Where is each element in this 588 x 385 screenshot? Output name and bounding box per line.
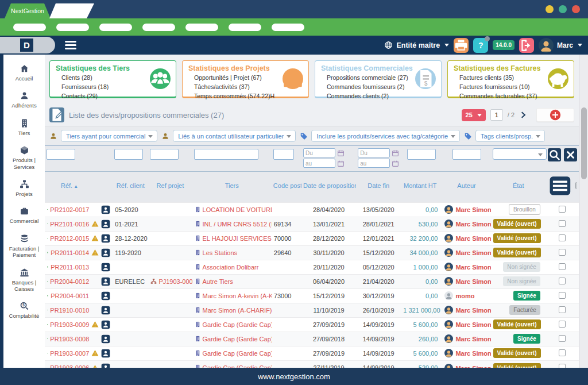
calendar-icon[interactable] bbox=[337, 149, 345, 157]
filter-dropdown[interactable]: Tags clients/prosp. bbox=[475, 130, 545, 142]
filter-tiers-input[interactable] bbox=[194, 149, 258, 160]
date-prop-to-input[interactable] bbox=[303, 159, 335, 168]
contact-card-icon[interactable] bbox=[101, 306, 110, 315]
row-checkbox[interactable] bbox=[559, 206, 566, 213]
author-link[interactable]: Marc Simon bbox=[455, 336, 490, 342]
row-checkbox[interactable] bbox=[559, 292, 566, 299]
add-proposal-button[interactable] bbox=[536, 108, 574, 122]
logout-button[interactable] bbox=[519, 38, 534, 53]
filter-ref-projet-input[interactable] bbox=[150, 149, 179, 160]
col-etat[interactable]: État bbox=[491, 172, 546, 203]
row-checkbox[interactable] bbox=[559, 335, 566, 342]
filter-auteur-input[interactable] bbox=[452, 149, 481, 160]
row-checkbox[interactable] bbox=[559, 249, 566, 256]
project-link[interactable]: PJ1903-0004 bbox=[158, 278, 192, 285]
author-link[interactable]: Marc Simon bbox=[455, 221, 490, 228]
calendar-icon[interactable] bbox=[392, 149, 399, 157]
proposal-icon[interactable] bbox=[47, 335, 48, 342]
sidebar-item[interactable]: Tiers bbox=[4, 118, 44, 136]
print-button[interactable] bbox=[454, 38, 469, 53]
col-date-proposition[interactable]: Date de proposition bbox=[301, 172, 356, 203]
date-fin-to-input[interactable] bbox=[358, 159, 390, 168]
filter-dropdown[interactable]: Liés à un contact utilisateur particulie… bbox=[173, 130, 296, 142]
top-menu-pill[interactable] bbox=[142, 24, 175, 31]
author-link[interactable]: Marc Simon bbox=[455, 206, 490, 213]
tiers-link[interactable]: Marc Simon A-kevin (A-Kevin) bbox=[203, 292, 272, 299]
top-menu-pill[interactable] bbox=[99, 24, 132, 31]
col-date-fin[interactable]: Date fin bbox=[356, 172, 401, 203]
tiers-link[interactable]: INL / UMR CNRS 5512 (INL / U... bbox=[203, 221, 272, 228]
window-dot-red[interactable] bbox=[572, 5, 580, 13]
proposal-icon[interactable] bbox=[47, 263, 48, 271]
proposal-icon[interactable] bbox=[47, 321, 48, 328]
filter-ref-input[interactable] bbox=[47, 149, 75, 160]
top-menu-pill[interactable] bbox=[185, 24, 218, 31]
proposal-ref-link[interactable]: PR2012-0015 bbox=[50, 235, 89, 242]
row-checkbox[interactable] bbox=[559, 364, 566, 368]
tiers-link[interactable]: Gardie Cap (Gardie Cap) bbox=[203, 350, 272, 357]
entity-selector[interactable]: Entité maître bbox=[384, 41, 449, 49]
window-dot-yellow[interactable] bbox=[546, 5, 554, 13]
sidebar-item[interactable]: Produits | Services bbox=[4, 145, 44, 170]
proposal-ref-link[interactable]: PR2101-0016 bbox=[50, 221, 89, 228]
contact-card-icon[interactable] bbox=[101, 277, 110, 286]
top-menu-pill[interactable] bbox=[229, 24, 261, 31]
col-code-postal[interactable]: Code postal bbox=[272, 172, 301, 203]
proposal-icon[interactable] bbox=[47, 292, 48, 299]
brand-tab[interactable]: NextGestion bbox=[5, 3, 51, 18]
page-size-select[interactable]: 25 bbox=[462, 109, 486, 121]
window-dot-green[interactable] bbox=[559, 5, 567, 13]
proposal-ref-link[interactable]: PR1903-0007 bbox=[50, 350, 89, 357]
column-select-icon[interactable] bbox=[548, 174, 572, 198]
sidebar-item[interactable]: Adhérents bbox=[4, 91, 44, 109]
tiers-link[interactable]: LOCATION DE VOITURE & RE... bbox=[203, 206, 272, 213]
select-all-checkbox[interactable] bbox=[575, 182, 577, 189]
author-link[interactable]: Marc Simon bbox=[455, 278, 490, 285]
author-link[interactable]: Marc Simon bbox=[455, 249, 490, 256]
filter-dropdown[interactable]: Inclure les produits/services avec tag/c… bbox=[311, 130, 460, 142]
sidebar-item[interactable]: Banques | Caisses bbox=[4, 268, 44, 292]
proposal-ref-link[interactable]: PR1903-0008 bbox=[50, 336, 89, 342]
hamburger-menu-icon[interactable] bbox=[65, 41, 76, 49]
proposal-ref-link[interactable]: PR2011-0013 bbox=[51, 264, 89, 271]
proposal-ref-link[interactable]: PR2004-0012 bbox=[50, 278, 89, 285]
author-link[interactable]: Marc Simon bbox=[455, 307, 490, 314]
tiers-link[interactable]: Marc Simon (A-CHARIF) bbox=[203, 307, 272, 314]
proposal-ref-link[interactable]: PR1910-0010 bbox=[50, 307, 89, 314]
sidebar-item[interactable]: $ Comptabilité bbox=[4, 301, 44, 319]
author-link[interactable]: Marc Simon bbox=[455, 350, 490, 357]
sidebar-item[interactable]: Facturation | Paiement bbox=[4, 234, 44, 259]
proposal-icon[interactable] bbox=[47, 249, 48, 256]
contact-card-icon[interactable] bbox=[101, 320, 110, 329]
contact-card-icon[interactable] bbox=[101, 263, 110, 272]
filter-etat-select[interactable] bbox=[493, 148, 547, 160]
calendar-icon[interactable] bbox=[392, 160, 399, 167]
tiers-link[interactable]: Gardie Cap (Gardie Cap) bbox=[203, 321, 272, 328]
top-menu-pill[interactable] bbox=[56, 24, 89, 31]
tiers-link[interactable]: Les Stations bbox=[203, 249, 238, 256]
filter-code-postal-input[interactable] bbox=[273, 149, 294, 160]
tiers-link[interactable]: Gardie Cap (Gardie Cap) bbox=[203, 336, 272, 342]
col-tiers[interactable]: Tiers bbox=[192, 172, 272, 203]
contact-card-icon[interactable] bbox=[101, 205, 110, 214]
top-menu-pill[interactable] bbox=[272, 24, 304, 31]
next-page-button[interactable] bbox=[519, 111, 527, 119]
contact-card-icon[interactable] bbox=[101, 334, 110, 344]
col-ref-projet[interactable]: Ref projet bbox=[148, 172, 192, 203]
contact-card-icon[interactable] bbox=[101, 248, 110, 257]
tiers-link[interactable]: Autre Tiers bbox=[203, 278, 233, 285]
row-checkbox[interactable] bbox=[559, 321, 566, 328]
sidebar-item[interactable]: Accueil bbox=[4, 64, 44, 82]
user-menu[interactable]: Marc bbox=[539, 38, 582, 53]
sidebar-item[interactable]: Commercial bbox=[4, 206, 44, 224]
row-checkbox[interactable] bbox=[559, 349, 566, 356]
tiers-link[interactable]: Association Dolibarr bbox=[203, 264, 259, 271]
author-link[interactable]: Marc Simon bbox=[455, 264, 490, 271]
col-ref[interactable]: Réf.▲ bbox=[45, 172, 113, 203]
footer-link[interactable]: www.nextgestion.com bbox=[258, 372, 330, 381]
dolibarr-logo[interactable]: D bbox=[0, 37, 55, 53]
proposal-ref-link[interactable]: PR2004-0011 bbox=[51, 292, 89, 299]
author-link[interactable]: Marc Simon bbox=[455, 321, 490, 328]
tiers-link[interactable]: EL HAJOUJI SERVICES bbox=[203, 235, 272, 242]
clear-filters-button[interactable] bbox=[564, 148, 577, 161]
